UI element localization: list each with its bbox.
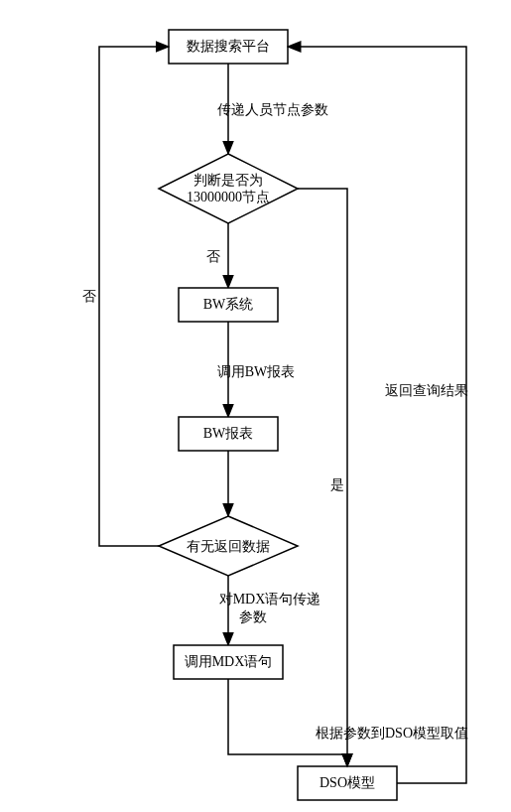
node-decision-l2: 13000000节点 (187, 190, 270, 204)
node-dso-model-label: DSO模型 (319, 775, 375, 790)
edge-n1-n2-label: 传递人员节点参数 (217, 102, 328, 117)
edge-n2-n7-yes-label: 是 (330, 477, 344, 492)
edge-n5-n1-no (99, 47, 169, 546)
edge-n5-n6-label-l2: 参数 (239, 609, 267, 624)
node-call-mdx-label: 调用MDX语句 (185, 654, 273, 669)
node-data-search-platform-label: 数据搜索平台 (187, 39, 270, 54)
edge-n6-n7-label: 根据参数到DSO模型取值 (316, 726, 468, 741)
node-has-return-data-label: 有无返回数据 (187, 539, 270, 554)
node-decision-13000000 (159, 154, 298, 223)
edge-n5-n6-label-l1: 对MDX语句传递 (219, 592, 321, 607)
edge-n5-n1-no-label: 否 (82, 289, 96, 304)
edge-n6-n7 (228, 679, 347, 766)
edge-n7-n1-return (288, 47, 466, 783)
edge-n2-n3-label: 否 (206, 249, 220, 264)
edge-n7-n1-return-label: 返回查询结果 (385, 383, 468, 398)
node-bw-system-label: BW系统 (203, 297, 254, 312)
node-bw-report-label: BW报表 (203, 426, 254, 441)
edge-n3-n4-label: 调用BW报表 (217, 364, 296, 379)
node-decision-l1: 判断是否为 (193, 173, 263, 188)
